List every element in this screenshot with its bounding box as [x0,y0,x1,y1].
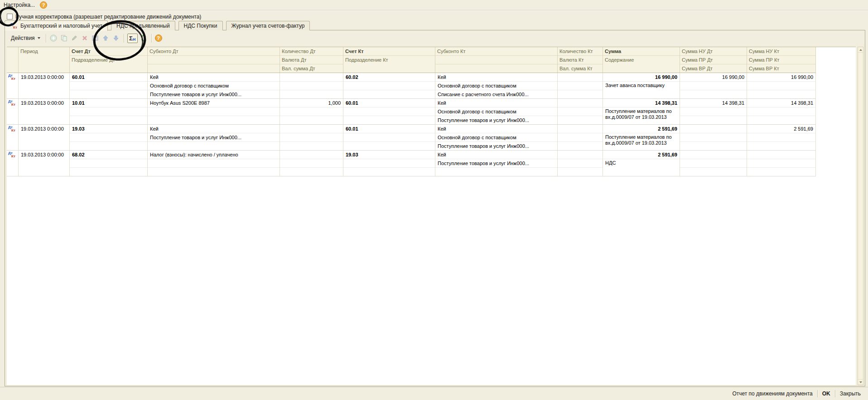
tab-accounting[interactable]: ДтКт Бухгалтерский и налоговый учет [5,20,108,31]
help-icon[interactable]: ? [40,1,47,9]
cell-sum-nu-dt: 14 398,31 [680,99,747,124]
cell-qty-kt [558,125,603,150]
cell-sum-nu-kt: 14 398,31 [747,99,816,124]
table-toolbar: Действия ΣН ? [8,32,162,44]
toolbar-separator [124,34,124,43]
manual-correction-checkbox[interactable] [7,14,13,20]
table-row[interactable]: ДтКт 19.03.2013 0:00:00 10.01 Ноутбук As… [7,99,816,125]
add-icon[interactable] [49,34,58,43]
move-down-icon[interactable] [112,34,121,43]
dt-kt-icon: ДтКт [8,126,16,132]
document-movements-window: { "topbar": { "settings_button": "Настро… [0,0,868,400]
cell-subconto-kt: КейОсновной договор с поставщикомСписани… [435,73,558,98]
cell-qty-kt [558,99,603,124]
chevron-down-icon [38,37,40,39]
cell-sum-nu-dt [680,125,747,150]
header-period: Период [19,47,70,73]
header-acct-kt: Счет Кт Подразделение Кт [343,47,435,73]
save-icon[interactable] [91,34,100,43]
cell-acct-kt: 19.03 [343,151,435,176]
copy-icon[interactable] [60,34,68,43]
tab-bar: ДтКт Бухгалтерский и налоговый учет НДС … [5,20,310,30]
cell-qty-dt [280,125,343,150]
cell-subconto-dt: Ноутбук Asus S200E 8987 [148,99,280,124]
cell-qty-dt [280,151,343,176]
vertical-scrollbar[interactable] [858,47,863,385]
cell-qty-kt [558,151,603,176]
cell-content: Поступление материалов по вх.д.0009/07 о… [603,133,680,150]
refresh-icon[interactable] [140,34,148,43]
cell-acct-dt: 19.03 [70,125,148,150]
tab-invoice-journal[interactable]: Журнал учета счетов-фактур [226,21,310,30]
ok-button[interactable]: OK [818,389,835,399]
cell-acct-kt: 60.02 [343,73,435,98]
cell-subconto-kt: КейОсновной договор с поставщикомПоступл… [435,99,558,124]
close-button[interactable]: Закрыть [835,389,865,399]
report-movements-button[interactable]: Отчет по движениям документа [728,389,817,399]
footer-bar: Отчет по движениям документа OK Закрыть [0,387,868,400]
dt-kt-icon: ДтКт [8,100,16,107]
scroll-up-icon[interactable] [858,47,863,53]
header-qty-dt: Количество Дт Валюта Дт Вал. сумма Дт [280,47,343,73]
cell-content: Поступление материалов по вх.д.0009/07 о… [603,107,680,124]
table-row[interactable]: ДтКт 19.03.2013 0:00:00 60.01 КейОсновно… [7,73,816,99]
tab-nds-presented[interactable]: НДС предъявленный [111,21,175,30]
cell-qty-dt [280,73,343,98]
table-row[interactable]: ДтКт 19.03.2013 0:00:00 68.02 Налог (взн… [7,151,816,176]
move-up-icon[interactable] [101,34,110,43]
tab-label: НДС Покупки [184,23,217,29]
cell-period: 19.03.2013 0:00:00 [19,99,70,124]
dt-kt-icon: ДтКт [8,151,16,158]
cell-acct-dt: 60.01 [70,73,148,98]
cell-sum-nu-dt [680,151,747,176]
delete-icon[interactable] [81,34,89,43]
tab-label: НДС предъявленный [116,23,169,29]
manual-correction-label: Ручная корректировка (разрешает редактир… [15,14,201,20]
tab-label: Бухгалтерский и налоговый учет [20,23,102,31]
header-qty-kt: Количество Кт Валюта Кт Вал. сумма Кт [558,47,603,73]
cell-acct-dt: 68.02 [70,151,148,176]
cell-sum-nu-kt: 2 591,69 [747,125,816,150]
settings-button[interactable]: Настройка... [4,2,35,8]
header-acct-dt: Счет Дт Подразделение Дт [70,47,148,73]
cell-subconto-kt: КейПоступление товаров и услуг Инж000... [435,151,558,176]
cell-subconto-kt: КейОсновной договор с поставщикомПоступл… [435,125,558,150]
header-subconto-dt: Субконто Дт [148,47,280,73]
movements-table: Период Счет Дт Подразделение Дт Субконто… [7,47,856,385]
dt-kt-icon: ДтКт [8,74,16,81]
cell-acct-kt: 60.01 [343,99,435,124]
cell-sum: 2 591,69НДС [603,151,680,176]
divider [0,10,868,10]
help-icon[interactable]: ? [155,34,162,42]
header-sum-nu-dt: Сумма НУ Дт Сумма ПР Дт Сумма ВР Дт [680,47,747,73]
cell-sum-nu-kt: 16 990,00 [747,73,816,98]
cell-acct-dt: 10.01 [70,99,148,124]
cell-sum: 14 398,31Поступление материалов по вх.д.… [603,99,680,124]
cell-qty-dt: 1,000 [280,99,343,124]
cell-content: НДС [603,159,680,176]
table-row[interactable]: ДтКт 19.03.2013 0:00:00 19.03 КейПоступл… [7,125,816,151]
toolbar-separator [151,34,152,43]
cell-sum-nu-dt: 16 990,00 [680,73,747,98]
edit-icon[interactable] [70,34,79,43]
actions-menu-button[interactable]: Действия [8,34,43,43]
sigma-nu-toggle[interactable]: ΣН [127,34,138,43]
header-marker [7,47,19,73]
header-sum: Сумма Содержание [603,47,680,73]
cell-subconto-dt: КейОсновной договор с поставщикомПоступл… [148,73,280,98]
cell-content: Зачет аванса поставщику [603,82,680,98]
tab-page-panel: Действия ΣН ? [5,30,865,386]
header-sum-nu-kt: Сумма НУ Кт Сумма ПР Кт Сумма ВР Кт [747,47,816,73]
cell-sum: 2 591,69Поступление материалов по вх.д.0… [603,125,680,150]
cell-period: 19.03.2013 0:00:00 [19,151,70,176]
cell-sum-nu-kt [747,151,816,176]
cell-period: 19.03.2013 0:00:00 [19,125,70,150]
cell-period: 19.03.2013 0:00:00 [19,73,70,98]
table-header: Период Счет Дт Подразделение Дт Субконто… [7,47,816,73]
header-subconto-kt: Субконто Кт [435,47,558,73]
scroll-down-icon[interactable] [858,379,863,385]
tab-label: Журнал учета счетов-фактур [231,23,305,29]
tab-nds-purchases[interactable]: НДС Покупки [178,21,223,30]
cell-qty-kt [558,73,603,98]
cell-sum: 16 990,00Зачет аванса поставщику [603,73,680,98]
